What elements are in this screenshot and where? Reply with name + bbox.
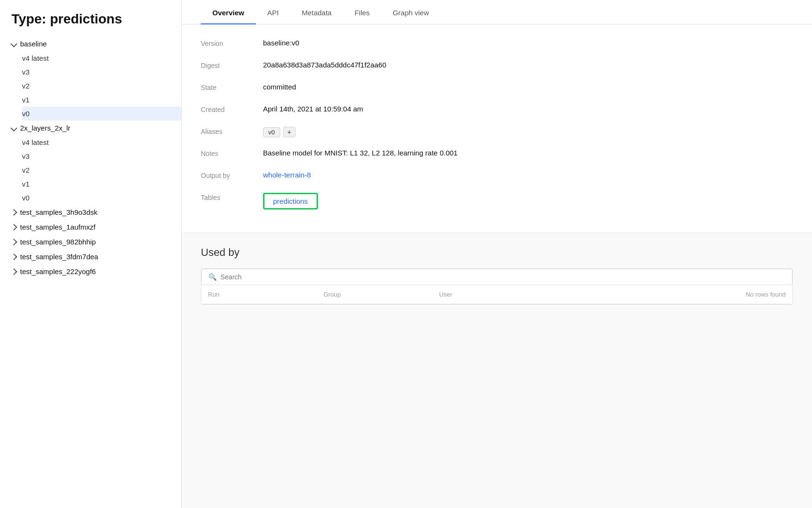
field-value-1: 20a8a638d3a873ada5dddc47f1f2aa60: [263, 61, 386, 69]
sidebar-group-3: test_samples_1aufmxzf: [0, 220, 181, 234]
sidebar-group-header-4[interactable]: test_samples_982bhhip: [0, 234, 181, 249]
field-label-4: Aliases: [201, 127, 263, 135]
tab-metadata[interactable]: Metadata: [290, 0, 343, 24]
sidebar-group-name-3: test_samples_1aufmxzf: [20, 223, 96, 231]
chevron-right-icon: [11, 208, 16, 216]
sidebar-item-0-0[interactable]: v4 latest: [22, 51, 181, 65]
field-row-6: Output bywhole-terrain-8: [201, 171, 793, 184]
field-label-5: Notes: [201, 149, 263, 157]
field-value-3: April 14th, 2021 at 10:59:04 am: [263, 105, 363, 113]
sidebar-group-name-2: test_samples_3h9o3dsk: [20, 208, 98, 216]
search-icon: 🔍: [208, 273, 217, 281]
tabs-bar: OverviewAPIMetadataFilesGraph view: [182, 0, 812, 24]
sidebar-group-header-5[interactable]: test_samples_3fdm7dea: [0, 249, 181, 264]
sidebar-group-name-6: test_samples_222yogf6: [20, 267, 96, 276]
sidebar-group-items-0: v4 latestv3v2v1v0: [0, 51, 181, 121]
predictions-link[interactable]: predictions: [263, 193, 318, 210]
sidebar-group-header-3[interactable]: test_samples_1aufmxzf: [0, 220, 181, 234]
alias-add-button[interactable]: +: [283, 127, 296, 137]
sidebar-item-0-1[interactable]: v3: [22, 65, 181, 79]
tab-api[interactable]: API: [256, 0, 290, 24]
search-input[interactable]: [220, 273, 785, 281]
field-value-5: Baseline model for MNIST: L1 32, L2 128,…: [263, 149, 458, 157]
field-row-4: Aliasesv0+: [201, 127, 793, 140]
alias-tag: v0: [263, 127, 280, 137]
field-row-7: Tablespredictions: [201, 193, 793, 210]
used-by-title: Used by: [201, 246, 793, 259]
sidebar-group-name-4: test_samples_982bhhip: [20, 238, 96, 246]
used-by-section: Used by 🔍 RunGroupUser No rows found: [182, 233, 812, 508]
sidebar-group-1: 2x_layers_2x_lrv4 latestv3v2v1v0: [0, 121, 181, 205]
sidebar-item-0-4[interactable]: v0: [22, 107, 181, 121]
sidebar-group-name-1: 2x_layers_2x_lr: [20, 124, 70, 132]
sidebar-group-header-6[interactable]: test_samples_222yogf6: [0, 264, 181, 279]
field-label-0: Version: [201, 39, 263, 47]
field-row-2: Statecommitted: [201, 83, 793, 96]
sidebar-group-name-0: baseline: [20, 40, 47, 48]
field-aliases-4: v0+: [263, 127, 296, 137]
field-row-3: CreatedApril 14th, 2021 at 10:59:04 am: [201, 105, 793, 118]
field-value-2: committed: [263, 83, 296, 91]
table-header: RunGroupUser No rows found: [201, 285, 792, 304]
sidebar-group-5: test_samples_3fdm7dea: [0, 249, 181, 264]
sidebar-title: Type: predictions: [0, 11, 181, 36]
table-col-group: Group: [324, 291, 439, 298]
table-col-user: User: [439, 291, 555, 298]
sidebar: Type: predictions baselinev4 latestv3v2v…: [0, 0, 182, 508]
chevron-down-icon: [11, 40, 16, 48]
sidebar-item-0-2[interactable]: v2: [22, 79, 181, 93]
chevron-right-icon: [11, 267, 16, 276]
sidebar-item-1-2[interactable]: v2: [22, 163, 181, 177]
chevron-right-icon: [11, 253, 16, 261]
field-row-1: Digest20a8a638d3a873ada5dddc47f1f2aa60: [201, 61, 793, 74]
sidebar-group-header-2[interactable]: test_samples_3h9o3dsk: [0, 205, 181, 220]
tab-files[interactable]: Files: [343, 0, 381, 24]
sidebar-item-0-3[interactable]: v1: [22, 93, 181, 107]
chevron-right-icon: [11, 238, 16, 246]
field-link-6[interactable]: whole-terrain-8: [263, 171, 311, 179]
sidebar-group-name-5: test_samples_3fdm7dea: [20, 253, 98, 261]
sidebar-group-2: test_samples_3h9o3dsk: [0, 205, 181, 220]
sidebar-item-1-0[interactable]: v4 latest: [22, 135, 181, 149]
sidebar-item-1-4[interactable]: v0: [22, 191, 181, 205]
field-row-5: NotesBaseline model for MNIST: L1 32, L2…: [201, 149, 793, 162]
search-table-wrap: 🔍 RunGroupUser No rows found: [201, 268, 793, 305]
sidebar-item-1-1[interactable]: v3: [22, 149, 181, 163]
sidebar-group-4: test_samples_982bhhip: [0, 234, 181, 249]
sidebar-group-items-1: v4 latestv3v2v1v0: [0, 135, 181, 205]
no-rows-label: No rows found: [555, 291, 786, 298]
sidebar-item-1-3[interactable]: v1: [22, 177, 181, 191]
field-label-2: State: [201, 83, 263, 91]
main-content: OverviewAPIMetadataFilesGraph view Versi…: [182, 0, 812, 508]
field-value-0: baseline:v0: [263, 39, 299, 47]
field-label-6: Output by: [201, 171, 263, 179]
sidebar-group-header-0[interactable]: baseline: [0, 36, 181, 51]
search-bar: 🔍: [201, 269, 792, 285]
sidebar-group-0: baselinev4 latestv3v2v1v0: [0, 36, 181, 121]
sidebar-group-header-1[interactable]: 2x_layers_2x_lr: [0, 121, 181, 135]
table-col-run: Run: [208, 291, 324, 298]
chevron-right-icon: [11, 223, 16, 231]
tab-overview[interactable]: Overview: [201, 0, 256, 24]
field-label-7: Tables: [201, 193, 263, 201]
field-label-1: Digest: [201, 61, 263, 69]
overview-panel: Versionbaseline:v0Digest20a8a638d3a873ad…: [182, 24, 812, 233]
field-label-3: Created: [201, 105, 263, 113]
tab-graph-view[interactable]: Graph view: [381, 0, 440, 24]
chevron-down-icon: [11, 124, 16, 132]
sidebar-group-6: test_samples_222yogf6: [0, 264, 181, 279]
field-row-0: Versionbaseline:v0: [201, 39, 793, 52]
